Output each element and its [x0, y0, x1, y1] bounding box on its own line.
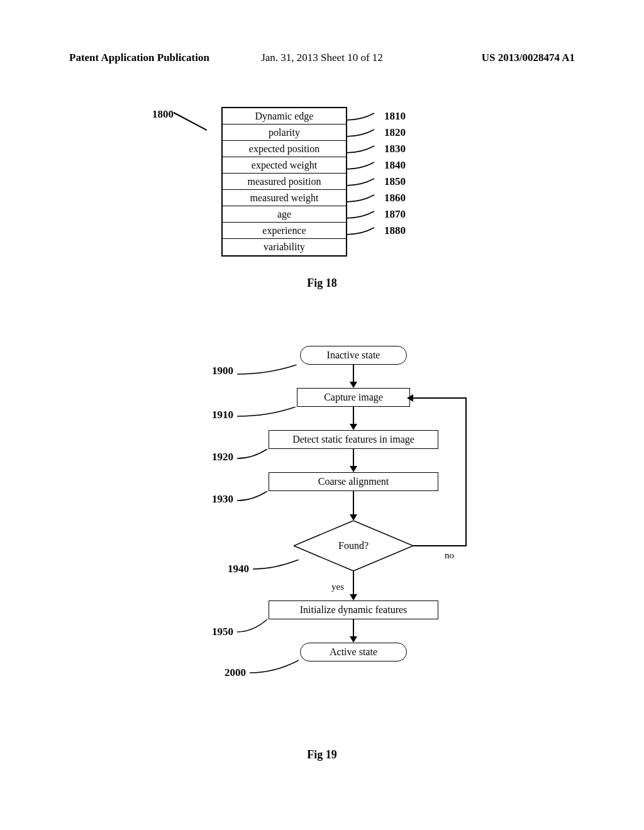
- arrow-head-icon: [350, 424, 357, 430]
- leader-line-icon: [237, 407, 297, 419]
- callout: 1810: [346, 108, 440, 124]
- node-text: Initialize dynamic features: [300, 604, 408, 616]
- leader-line-icon: [346, 210, 380, 219]
- node-text: Coarse alignment: [318, 476, 389, 487]
- row-text: Dynamic edge: [255, 111, 314, 122]
- row-text: experience: [262, 225, 306, 236]
- reference-label: 1880: [384, 224, 406, 237]
- table-row: Dynamic edge 1810: [223, 108, 346, 124]
- table-row: measured position 1850: [223, 174, 346, 190]
- callout: 1840: [346, 157, 440, 174]
- arrow-head-icon: [350, 636, 357, 643]
- process-detect-features: Detect static features in image: [269, 430, 438, 449]
- row-text: polarity: [269, 127, 300, 138]
- edge-label-no: no: [445, 550, 454, 561]
- table-row: age 1870: [223, 206, 346, 223]
- reference-label: 1870: [384, 208, 406, 221]
- figure-19-caption: Fig 19: [307, 748, 337, 761]
- header-publication-label: Patent Application Publication: [69, 52, 209, 64]
- leader-line-icon: [346, 194, 380, 202]
- decision-found: Found?: [294, 521, 413, 571]
- arrow-line: [353, 365, 354, 384]
- arrow-line: [353, 407, 354, 426]
- callout: 1880: [346, 223, 440, 239]
- leader-line-icon: [346, 145, 380, 153]
- reference-label-1900: 1900: [212, 365, 233, 377]
- table-row: polarity 1820: [223, 124, 346, 141]
- arrow-head-icon: [350, 514, 357, 521]
- callout: 1870: [346, 206, 440, 223]
- reference-label-1940: 1940: [228, 563, 249, 575]
- leader-line-icon: [250, 660, 300, 676]
- reference-label-1910: 1910: [212, 409, 233, 421]
- arrow-head-icon: [350, 594, 357, 600]
- table-row: variability: [223, 239, 346, 255]
- terminal-active-state: Active state: [300, 643, 407, 661]
- figure-18-caption: Fig 18: [307, 277, 337, 290]
- arrow-line: [413, 545, 467, 546]
- node-text: Detect static features in image: [292, 434, 414, 445]
- arrow-line: [353, 491, 354, 516]
- table-row: expected position 1830: [223, 141, 346, 157]
- callout: 1820: [346, 124, 440, 141]
- row-text: measured weight: [250, 192, 319, 204]
- arrow-head-icon: [350, 382, 357, 388]
- reference-label-1930: 1930: [212, 493, 233, 506]
- table-row: expected weight 1840: [223, 157, 346, 174]
- arrow-line: [353, 571, 354, 596]
- figure-19: Inactive state 1900 Capture image 1910 D…: [152, 346, 492, 736]
- row-text: variability: [264, 241, 305, 253]
- header-patent-number: US 2013/0028474 A1: [482, 52, 575, 64]
- arrow-line: [353, 619, 354, 638]
- leader-line-icon: [237, 491, 269, 504]
- table-row: experience 1880: [223, 223, 346, 239]
- leader-line-icon: [346, 112, 380, 121]
- terminal-inactive-state: Inactive state: [300, 346, 407, 365]
- reference-label: 1840: [384, 159, 406, 172]
- page-header: Patent Application Publication Jan. 31, …: [0, 52, 644, 64]
- reference-label: 1850: [384, 175, 406, 188]
- reference-label-2000: 2000: [225, 667, 246, 679]
- leader-line-icon: [237, 449, 269, 462]
- reference-label: 1820: [384, 126, 406, 139]
- dynamic-edge-table: Dynamic edge 1810 polarity 1820 expected…: [221, 107, 347, 257]
- reference-label: 1860: [384, 192, 406, 204]
- process-initialize-dynamic: Initialize dynamic features: [269, 600, 438, 619]
- leader-line-icon: [237, 365, 299, 377]
- arrow-head-icon: [350, 466, 357, 472]
- leader-line-icon: [346, 128, 380, 137]
- row-text: expected position: [249, 143, 319, 155]
- node-text: Found?: [294, 540, 413, 551]
- row-text: age: [277, 209, 291, 220]
- callout: 1830: [346, 141, 440, 157]
- row-text: measured position: [248, 176, 321, 187]
- arrow-line: [353, 449, 354, 468]
- arrow-head-icon: [407, 394, 413, 402]
- node-text: Capture image: [324, 392, 383, 403]
- leader-line-icon: [346, 226, 380, 235]
- callout: 1850: [346, 174, 440, 190]
- process-capture-image: Capture image: [297, 388, 410, 407]
- arrow-line: [465, 397, 467, 546]
- process-coarse-alignment: Coarse alignment: [269, 472, 438, 491]
- arrow-line: [410, 397, 467, 399]
- node-text: Active state: [330, 646, 377, 658]
- reference-label: 1810: [384, 110, 406, 123]
- leader-line-icon: [253, 560, 300, 572]
- leader-line-icon: [346, 177, 380, 186]
- leader-line-icon: [346, 161, 380, 170]
- reference-label: 1830: [384, 143, 406, 155]
- leader-line-1800: [174, 112, 208, 131]
- header-date-sheet: Jan. 31, 2013 Sheet 10 of 12: [261, 52, 383, 64]
- row-text: expected weight: [252, 160, 317, 171]
- callout: 1860: [346, 190, 440, 206]
- reference-label-1950: 1950: [212, 626, 233, 638]
- node-text: Inactive state: [327, 350, 380, 361]
- reference-label-1800: 1800: [152, 108, 174, 121]
- reference-label-1920: 1920: [212, 451, 233, 463]
- table-row: measured weight 1860: [223, 190, 346, 206]
- leader-line-icon: [237, 619, 269, 635]
- edge-label-yes: yes: [331, 582, 344, 592]
